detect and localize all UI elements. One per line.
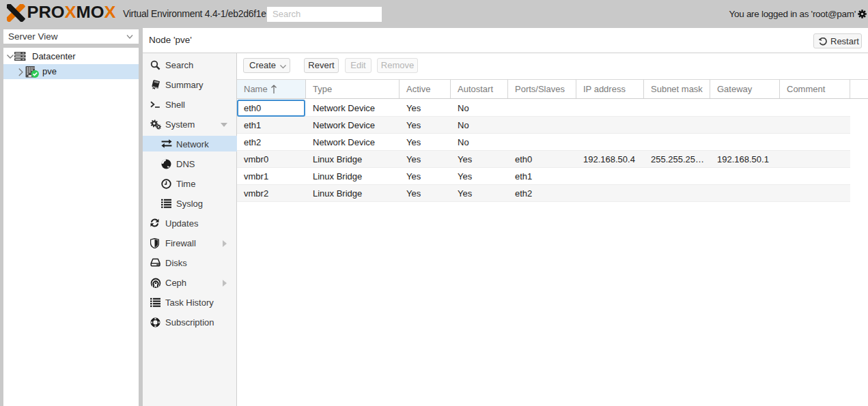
svg-text:PROXMOX: PROXMOX (27, 4, 117, 21)
